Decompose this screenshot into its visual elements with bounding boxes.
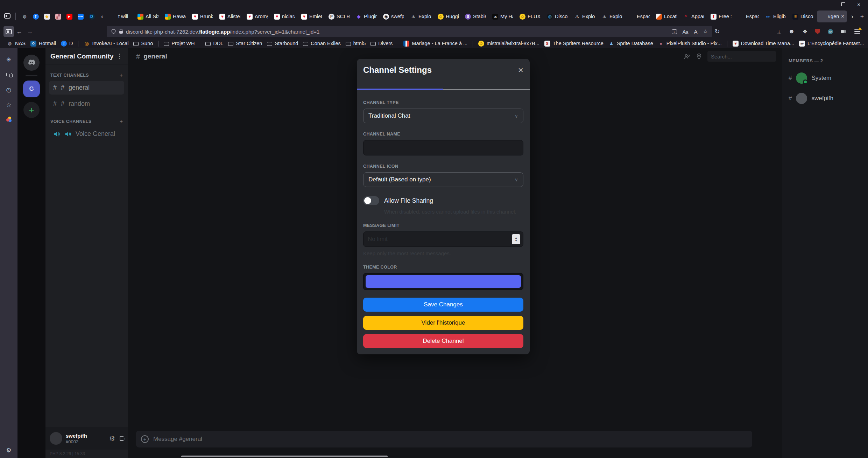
message-limit-input[interactable] [363,231,523,247]
browser-tab[interactable]: Espace clie [626,11,652,22]
pinned-tab[interactable]: D [86,14,97,20]
browser-tab[interactable]: S Stable [462,11,489,22]
menu-item[interactable] [10,4,17,5]
number-spinner[interactable]: ▴ ▾ [512,234,520,244]
browser-tab[interactable]: ♥ EmieO [298,11,325,22]
save-changes-button[interactable]: Save Changes [363,298,523,312]
extensions-puzzle-icon[interactable]: ❖ [803,28,807,35]
browser-tab[interactable]: ◆ Plugin [353,11,380,22]
bookmark-item[interactable]: ♟ Sprite Database [606,40,656,47]
browser-tab[interactable]: Hawai [162,11,189,22]
modal-tab[interactable] [443,81,530,90]
bookmark-item[interactable]: Suno [131,40,155,47]
browser-tab[interactable]: Espace abo [735,11,762,22]
save-page-icon[interactable]: ↓ [672,29,677,34]
delete-channel-button[interactable]: Delete Channel [363,334,523,348]
pinned-tab[interactable]: ◍ [19,14,30,20]
pinned-tab[interactable]: ◆ [42,14,52,20]
bookmark-item[interactable]: Mariage - La France à ... [401,40,470,47]
channel-type-select[interactable]: Traditional Chat ∨ [363,109,523,123]
browser-tab[interactable]: ♥ Bruni2 [189,11,216,22]
browser-tab[interactable]: ⚓ Explor [571,11,598,22]
browser-tab[interactable]: Locati [653,11,680,22]
privacy-badger-icon[interactable]: ω [828,29,833,34]
menu-item[interactable] [17,4,24,5]
bookmark-item[interactable]: DDL [203,40,226,47]
modal-tab[interactable] [357,81,443,90]
menu-item[interactable] [24,4,31,5]
bookmark-item[interactable]: ● PixelPlush Studio - Pix... [656,40,724,47]
sidebar-settings-button[interactable]: ⚙ [3,445,15,455]
file-sharing-toggle[interactable] [363,196,379,205]
close-tab-icon[interactable]: × [841,13,844,20]
back-button[interactable]: ← [14,26,24,37]
rail-button[interactable] [3,115,15,125]
bookmark-star-icon[interactable]: ☆ [703,28,708,35]
bookmark-item[interactable]: S The Spriters Resource [542,40,606,47]
text-channel-item[interactable]: # # random [49,97,124,111]
member-row[interactable]: # swefpifh [782,93,868,104]
bookmark-item[interactable]: f D [58,40,75,47]
bookmark-item[interactable]: Divers [368,40,395,47]
clear-history-button[interactable]: Vider l'historique [363,316,523,330]
add-text-channel-icon[interactable]: + [120,72,123,78]
firefox-view-button[interactable] [3,11,12,22]
channel-name-input[interactable] [363,140,523,155]
lock-icon[interactable] [119,31,123,34]
server-icon-general-community[interactable]: G [23,81,40,97]
logout-icon[interactable] [120,436,124,441]
browser-tab[interactable]: ◉ swefpi [380,11,407,22]
scroll-tabs-left-icon[interactable]: ‹ [98,11,107,22]
tracking-shield-icon[interactable] [111,29,116,34]
add-server-button[interactable]: + [23,102,40,118]
bookmark-item[interactable]: ♥ Download Time Mana... [730,40,797,47]
bookmark-item[interactable]: O Hotmail [28,40,58,47]
browser-tab[interactable]: adn Eligibi [762,11,789,22]
bookmark-item[interactable]: ◎ InvokeAI - Local [81,40,131,47]
member-row[interactable]: # System [782,72,868,84]
bookmark-item[interactable]: Starbound [264,40,301,47]
browser-tab[interactable]: ☺ FLUX. [517,11,543,22]
browser-tab[interactable]: P SCI RE [326,11,352,22]
bookmark-item[interactable]: EF L'Encyclopédie Fantast... [797,40,867,47]
account-icon[interactable]: ☻ [789,28,795,35]
add-voice-channel-icon[interactable]: + [120,118,123,125]
rail-button[interactable]: ✳ [3,55,15,64]
reload-button[interactable]: ↻ [712,26,722,37]
maximize-icon[interactable] [841,2,845,6]
bookmark-item[interactable]: Conan Exiles [301,40,343,47]
menu-item[interactable] [3,4,10,5]
browser-tab[interactable]: ≡ Discor [790,11,816,22]
channel-icon-select[interactable]: Default (Based on type) ∨ [363,172,523,187]
attach-plus-icon[interactable]: + [141,435,149,443]
pin-icon[interactable] [696,53,702,60]
scroll-tabs-right-icon[interactable]: › [848,11,857,22]
bookmark-item[interactable]: html5 [343,40,368,47]
bookmark-item[interactable]: Star Citizen [226,40,264,47]
pinned-tab[interactable]: ▞ [53,14,63,20]
browser-tab[interactable]: ☺ Huggi [435,11,461,22]
url-bar[interactable]: discord-like-php-chat-7262.dev.flatlogic… [107,26,712,37]
menu-item[interactable] [45,4,52,5]
minimize-icon[interactable]: – [827,1,830,7]
sidebar-toggle-button[interactable] [3,26,14,37]
rail-button[interactable]: ◷ [3,85,15,95]
bookmark-item[interactable]: Projet WH [161,40,197,47]
browser-tab[interactable]: ♥ Alister [217,11,243,22]
rail-button[interactable] [3,70,15,79]
translate-icon[interactable]: Aa [683,29,689,35]
menu-item[interactable] [38,4,45,5]
browser-tab[interactable]: ☁ My Ha [489,11,516,22]
user-settings-gear-icon[interactable]: ⚙ [109,435,115,443]
close-window-icon[interactable]: × [857,1,860,7]
browser-tab[interactable]: #genera × [817,11,847,22]
home-server-button[interactable] [23,55,40,71]
ublock-shield-icon[interactable] [815,29,820,34]
close-modal-icon[interactable]: × [518,65,523,75]
bookmark-item[interactable]: La connexion Wifi et E... [867,40,868,47]
search-input[interactable] [707,51,776,62]
text-channel-item[interactable]: # # general [49,81,124,95]
browser-tab[interactable]: t will [107,11,134,22]
browser-tab[interactable]: ⚓ Explor [599,11,625,22]
menu-hamburger-icon[interactable] [854,29,860,34]
